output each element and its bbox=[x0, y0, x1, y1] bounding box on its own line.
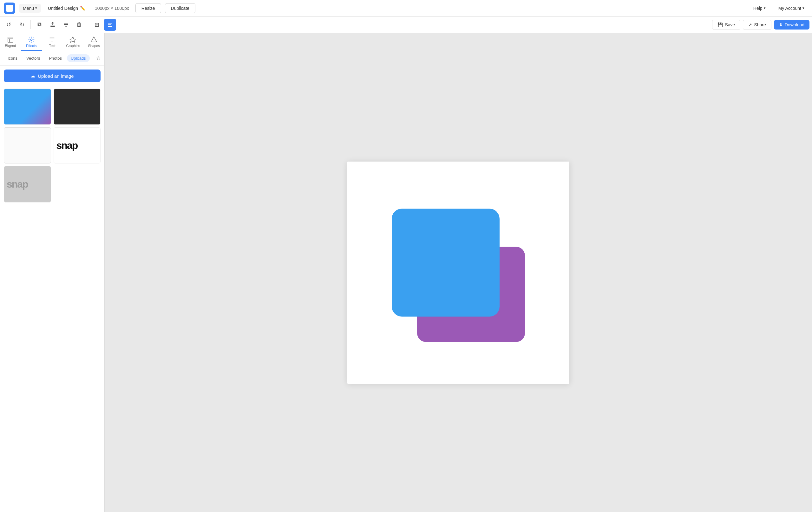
main-layout: Bkgrnd Effects Text Graphics Shapes Icon… bbox=[0, 33, 812, 512]
sidebar-item-shapes-label: Shapes bbox=[88, 44, 99, 48]
svg-rect-3 bbox=[64, 23, 68, 24]
download-icon: ⬇ bbox=[779, 22, 783, 27]
tab-uploads[interactable]: Uploads bbox=[67, 54, 90, 62]
thumbnail-1[interactable] bbox=[4, 88, 51, 125]
save-icon: 💾 bbox=[718, 22, 723, 27]
undo-button[interactable]: ↺ bbox=[3, 19, 14, 31]
share-icon: ↗ bbox=[748, 22, 752, 27]
tab-photos[interactable]: Photos bbox=[45, 54, 65, 62]
sidebar-item-bkgrnd-label: Bkgrnd bbox=[5, 44, 16, 48]
toolbar-divider-1 bbox=[30, 20, 31, 29]
menu-chevron-icon: ▾ bbox=[35, 6, 37, 10]
top-bar: Menu ▾ Untitled Design ✏️ 1000px × 1000p… bbox=[0, 0, 812, 17]
image-grid: snap snap bbox=[0, 86, 104, 205]
toolbar: ↺ ↻ ⧉ 🗑 ⊞ 💾 Save ↗ Share ⬇ Download bbox=[0, 17, 812, 33]
snap-text-gray: snap bbox=[7, 179, 28, 190]
sidebar-item-shapes[interactable]: Shapes bbox=[83, 33, 104, 51]
copy-button[interactable]: ⧉ bbox=[33, 19, 46, 31]
sidebar-item-effects-label: Effects bbox=[26, 44, 36, 48]
account-label: My Account bbox=[778, 6, 801, 11]
tab-vectors[interactable]: Vectors bbox=[23, 54, 44, 62]
canvas-dimensions: 1000px × 1000px bbox=[92, 6, 132, 11]
edit-title-icon: ✏️ bbox=[80, 6, 85, 11]
canvas-frame bbox=[347, 162, 569, 384]
thumbnail-2[interactable] bbox=[54, 88, 101, 125]
design-content[interactable] bbox=[392, 209, 525, 342]
save-button[interactable]: 💾 Save bbox=[712, 20, 740, 30]
svg-rect-1 bbox=[51, 26, 55, 27]
upload-image-button[interactable]: ☁ Upload an image bbox=[4, 70, 100, 82]
tab-icons[interactable]: Icons bbox=[4, 54, 21, 62]
menu-label: Menu bbox=[23, 6, 34, 11]
delete-button[interactable]: 🗑 bbox=[73, 19, 85, 31]
design-title: Untitled Design bbox=[48, 6, 78, 11]
favorites-icon[interactable]: ☆ bbox=[96, 55, 100, 61]
download-label: Download bbox=[785, 22, 804, 27]
sidebar-item-effects[interactable]: Effects bbox=[21, 33, 42, 51]
canvas-area[interactable] bbox=[105, 33, 812, 512]
menu-button[interactable]: Menu ▾ bbox=[19, 4, 41, 13]
layer-down-button[interactable] bbox=[47, 19, 59, 31]
save-label: Save bbox=[725, 22, 735, 27]
thumbnail-4[interactable]: snap bbox=[54, 127, 101, 163]
svg-rect-5 bbox=[108, 24, 111, 25]
sidebar-item-text-label: Text bbox=[49, 44, 55, 48]
sidebar-item-graphics[interactable]: Graphics bbox=[62, 33, 83, 51]
svg-point-8 bbox=[30, 39, 32, 41]
account-chevron-icon: ▾ bbox=[803, 6, 804, 10]
sidebar-item-graphics-label: Graphics bbox=[66, 44, 80, 48]
help-label: Help bbox=[753, 6, 762, 11]
sub-tabs: Icons Vectors Photos Uploads ☆ bbox=[0, 51, 104, 66]
align-button[interactable] bbox=[104, 19, 116, 31]
sidebar-item-bkgrnd[interactable]: Bkgrnd bbox=[0, 33, 21, 51]
upload-section: ☁ Upload an image bbox=[0, 66, 104, 86]
thumbnail-5[interactable]: snap bbox=[4, 166, 51, 202]
share-button[interactable]: ↗ Share bbox=[743, 20, 771, 30]
layer-up-button[interactable] bbox=[60, 19, 72, 31]
blue-rectangle[interactable] bbox=[392, 209, 499, 317]
left-panel: Bkgrnd Effects Text Graphics Shapes Icon… bbox=[0, 33, 105, 512]
duplicate-button[interactable]: Duplicate bbox=[165, 3, 195, 14]
grid-view-button[interactable]: ⊞ bbox=[91, 19, 103, 31]
snap-text-black: snap bbox=[56, 140, 78, 152]
side-nav: Bkgrnd Effects Text Graphics Shapes bbox=[0, 33, 104, 51]
svg-rect-6 bbox=[108, 26, 112, 27]
app-logo bbox=[4, 3, 15, 14]
upload-cloud-icon: ☁ bbox=[30, 73, 35, 79]
svg-rect-7 bbox=[8, 37, 13, 43]
resize-button[interactable]: Resize bbox=[136, 3, 161, 14]
toolbar-right-actions: 💾 Save ↗ Share ⬇ Download bbox=[712, 20, 809, 30]
thumbnail-3[interactable] bbox=[4, 127, 51, 163]
account-button[interactable]: My Account ▾ bbox=[775, 4, 808, 13]
help-chevron-icon: ▾ bbox=[764, 6, 766, 10]
top-right-actions: Help ▾ My Account ▾ bbox=[750, 4, 808, 13]
redo-button[interactable]: ↻ bbox=[16, 19, 28, 31]
upload-label: Upload an image bbox=[38, 73, 74, 79]
share-label: Share bbox=[754, 22, 766, 27]
svg-rect-4 bbox=[108, 23, 112, 24]
download-button[interactable]: ⬇ Download bbox=[774, 20, 809, 29]
sidebar-item-text[interactable]: Text bbox=[42, 33, 63, 51]
help-button[interactable]: Help ▾ bbox=[750, 4, 770, 13]
title-button[interactable]: Untitled Design ✏️ bbox=[45, 4, 88, 13]
